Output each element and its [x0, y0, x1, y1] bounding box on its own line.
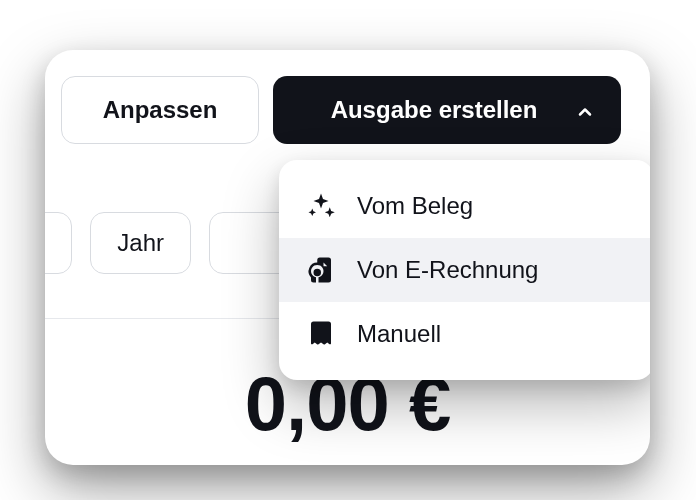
- menu-item-label: Von E-Rechnung: [357, 256, 538, 284]
- period-chip-rtal[interactable]: rtal: [45, 212, 72, 274]
- period-chip-jahr[interactable]: Jahr: [90, 212, 191, 274]
- menu-item-label: Manuell: [357, 320, 441, 348]
- menu-item-manuell[interactable]: Manuell: [279, 302, 650, 366]
- menu-item-label: Vom Beleg: [357, 192, 473, 220]
- invoice-file-icon: [305, 254, 337, 286]
- anpassen-label: Anpassen: [103, 96, 218, 124]
- create-expense-button[interactable]: Ausgabe erstellen: [273, 76, 621, 144]
- create-expense-label: Ausgabe erstellen: [305, 96, 563, 124]
- sparkles-icon: [305, 190, 337, 222]
- menu-item-vom-beleg[interactable]: Vom Beleg: [279, 174, 650, 238]
- receipt-icon: [305, 318, 337, 350]
- anpassen-button[interactable]: Anpassen: [61, 76, 259, 144]
- create-expense-menu: Vom Beleg Von E-Rechnung Manuell: [279, 160, 650, 380]
- chevron-up-icon: [575, 100, 595, 120]
- menu-item-e-rechnung[interactable]: Von E-Rechnung: [279, 238, 650, 302]
- app-card: Anpassen Ausgabe erstellen rtal Jahr 0,0…: [45, 50, 650, 465]
- period-chip-jahr-label: Jahr: [117, 229, 164, 257]
- toolbar: Anpassen Ausgabe erstellen: [61, 76, 634, 144]
